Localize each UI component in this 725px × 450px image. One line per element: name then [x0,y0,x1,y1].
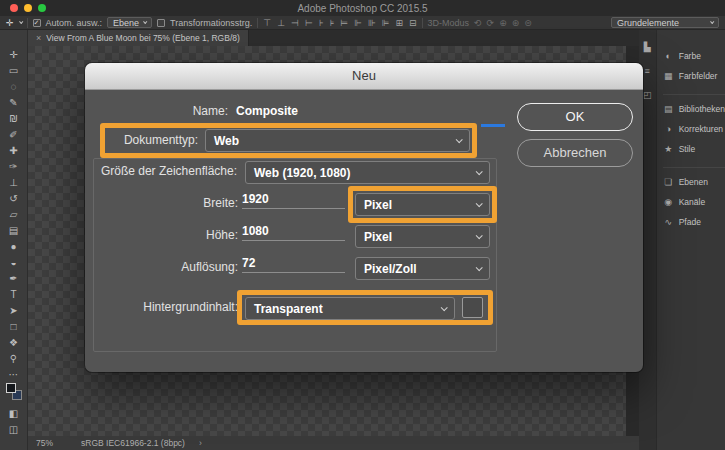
document-type-dropdown[interactable]: Web [205,129,470,152]
name-input[interactable]: Composite [236,104,298,118]
blur-tool[interactable]: ● [0,236,27,252]
lasso-tool[interactable]: ◌ [0,76,27,92]
foreground-color-swatch[interactable] [6,383,16,393]
channels-icon: ◉ [663,197,674,207]
rectangular-marquee-tool[interactable]: ▭ [0,60,27,76]
align-icon[interactable]: ⊩ [354,18,362,28]
type-tool[interactable]: T [0,284,27,300]
zoom-tool[interactable]: ⚲ [0,348,27,364]
layer-dropdown-value: Ebene [113,18,139,28]
auto-select-checkbox[interactable]: ✓ [33,19,41,27]
brush-tool[interactable]: ✑ [0,156,27,172]
transform-controls-label: Transformationsstrg. [170,18,252,28]
edit-toolbar-button[interactable]: ⋯ [0,364,27,380]
3d-drag-icon[interactable]: ⊕ [499,18,507,28]
workspace-dropdown[interactable]: Grundelemente [611,17,719,28]
panel-tab-stile[interactable]: ★ Stile [663,139,725,159]
height-label: Höhe: [85,228,238,242]
path-selection-tool[interactable]: ➤ [0,300,27,316]
background-content-dropdown[interactable]: Transparent [245,297,455,320]
gradient-tool[interactable]: ▤ [0,220,27,236]
panel-tab-bibliotheken[interactable]: ▤ Bibliotheken [663,99,725,119]
panel-tab-pfade[interactable]: ∿ Pfade [663,212,725,232]
window-title: Adobe Photoshop CC 2015.5 [0,3,725,14]
align-icon[interactable]: ⊢ [305,18,313,28]
width-label: Breite: [85,196,238,210]
type-icon: T [10,289,16,300]
dodge-tool[interactable]: ◒ [0,252,27,268]
panel-tab-farbe[interactable]: ◐ Farbe [663,46,725,66]
path-selection-icon: ➤ [9,305,17,316]
name-label: Name: [85,104,228,118]
align-icon[interactable]: ⊧ [329,18,334,28]
panel-tab-farbfelder[interactable]: ▦ Farbfelder [663,66,725,86]
panel-dock: ◐ Farbe ▦ Farbfelder ▤ Bibliotheken ◑ Ko… [656,30,725,450]
size-group-box [93,158,497,352]
3d-rotate-icon[interactable]: ⟲ [474,18,482,28]
pen-tool[interactable]: ✒ [0,268,27,284]
align-icon[interactable]: ⊥ [277,18,285,28]
resolution-input[interactable]: 72 [242,256,345,273]
align-icon[interactable]: ⊦ [319,18,324,28]
cancel-button[interactable]: Abbrechen [517,139,633,167]
quick-selection-tool[interactable]: ✎ [0,92,27,108]
background-color-chip[interactable] [462,297,483,318]
3d-scale-icon[interactable]: ⊜ [524,18,532,28]
align-icon[interactable]: ⊪ [368,18,376,28]
panel-label: Pfade [679,217,701,227]
align-icon[interactable]: ⊣ [291,18,299,28]
screen-mode-button[interactable]: ◫ [0,419,27,435]
status-chevron-icon[interactable]: › [199,438,202,448]
canvas-size-value: Web (1920, 1080) [254,166,351,180]
pen-icon: ✒ [9,273,17,284]
auto-select-layer-dropdown[interactable]: Ebene [107,17,152,28]
histogram-icon[interactable]: ▙ [644,42,651,52]
libraries-icon: ▤ [663,104,674,114]
move-icon: ✛ [9,49,17,60]
move-tool[interactable]: ✛ [0,44,27,60]
ok-button[interactable]: OK [517,103,633,131]
width-unit-dropdown[interactable]: Pixel [355,193,490,216]
height-input[interactable]: 1080 [242,224,345,241]
panel-tab-kanaele[interactable]: ◉ Kanäle [663,192,725,212]
hand-tool[interactable]: ❖ [0,332,27,348]
align-icon[interactable]: ⊨ [340,18,348,28]
align-icon[interactable]: ⊫ [382,18,390,28]
chevron-down-icon [476,168,483,175]
background-content-value: Transparent [254,302,323,316]
chevron-down-icon [476,232,483,239]
history-brush-tool[interactable]: ↺ [0,188,27,204]
layers-icon: ❏ [663,177,674,187]
panel-tab-ebenen[interactable]: ❏ Ebenen [663,172,725,192]
align-icon[interactable]: ⊤ [263,18,271,28]
crop-tool[interactable]: ₪ [0,108,27,124]
rectangle-icon: □ [10,321,16,332]
eyedropper-tool[interactable]: ✐ [0,124,27,140]
new-document-dialog: Neu Name: Composite Dokumenttyp: Web Grö… [85,63,643,372]
align-icon[interactable]: ⊞ [395,18,403,28]
spot-healing-brush-tool[interactable]: ✚ [0,140,27,156]
3d-slide-icon[interactable]: ⊛ [512,18,520,28]
width-input[interactable]: 1920 [242,192,345,209]
clone-stamp-tool[interactable]: ⊥ [0,172,27,188]
panel-label: Farbe [679,51,701,61]
document-tab[interactable]: × View From A Blue Moon bei 75% (Ebene 1… [28,30,249,46]
transform-controls-checkbox[interactable] [157,19,165,27]
3d-roll-icon[interactable]: ⟳ [487,18,495,28]
chevron-down-icon [476,264,483,271]
move-tool-icon[interactable]: ✛ [6,18,14,28]
rectangle-tool[interactable]: □ [0,316,27,332]
navigator-icon[interactable]: ◰ [643,90,652,100]
eraser-tool[interactable]: ▱ [0,204,27,220]
quick-selection-icon: ✎ [9,97,17,108]
quick-mask-button[interactable]: ◧ [0,403,27,419]
resolution-unit-dropdown[interactable]: Pixel/Zoll [355,257,490,280]
properties-icon[interactable]: ≡ [645,66,650,76]
close-tab-icon[interactable]: × [36,33,41,43]
canvas-size-dropdown[interactable]: Web (1920, 1080) [245,161,490,184]
height-unit-dropdown[interactable]: Pixel [355,225,490,248]
zoom-level[interactable]: 75% [36,438,53,448]
align-icon[interactable]: ⊟ [409,18,417,28]
panel-tab-korrekturen[interactable]: ◑ Korrekturen [663,119,725,139]
chevron-down-icon [476,200,483,207]
